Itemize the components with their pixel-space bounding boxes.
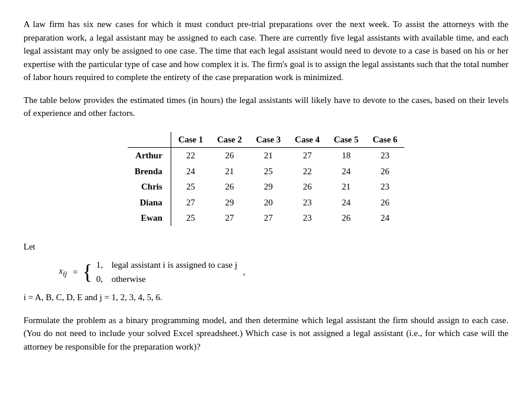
cell-chris-case6: 23 [365, 179, 404, 195]
row-header-name: Ewan [128, 210, 171, 226]
let-section: Let xij = { 1, legal assistant i is assi… [24, 240, 508, 304]
cell-brenda-case6: 26 [365, 164, 404, 180]
table-row: Ewan252727232624 [128, 210, 405, 226]
cell-arthur-case4: 27 [288, 148, 327, 164]
left-brace: { [82, 258, 92, 286]
cell-brenda-case1: 24 [171, 164, 210, 180]
row-header-name: Diana [128, 195, 171, 211]
cell-ewan-case5: 26 [327, 210, 365, 226]
definition-comma: , [243, 265, 245, 279]
cell-brenda-case5: 24 [327, 164, 365, 180]
case-row-1: 1, legal assistant i is assigned to case… [96, 258, 237, 272]
cell-chris-case1: 25 [171, 179, 210, 195]
cell-diana-case5: 24 [327, 195, 365, 211]
table-intro-paragraph: The table below provides the estimated t… [24, 94, 508, 120]
cell-diana-case4: 23 [288, 195, 327, 211]
col-header-case2: Case 2 [210, 132, 249, 148]
intro-paragraph: A law firm has six new cases for which i… [24, 18, 508, 84]
brace-block: { 1, legal assistant i is assigned to ca… [82, 258, 237, 286]
cell-diana-case2: 29 [210, 195, 249, 211]
cell-diana-case6: 26 [365, 195, 404, 211]
equals-sign: = [73, 265, 78, 279]
table-row: Brenda242125222426 [128, 164, 405, 180]
cell-chris-case2: 26 [210, 179, 249, 195]
cell-brenda-case3: 25 [249, 164, 288, 180]
cell-brenda-case2: 21 [210, 164, 249, 180]
cell-diana-case1: 27 [171, 195, 210, 211]
cell-brenda-case4: 22 [288, 164, 327, 180]
row-header-name: Brenda [128, 164, 171, 180]
definition-block: xij = { 1, legal assistant i is assigned… [59, 258, 508, 286]
xij-variable: xij [59, 264, 67, 280]
case-text-1: legal assistant i is assigned to case j [111, 258, 237, 272]
cell-arthur-case1: 22 [171, 148, 210, 164]
data-table-section: Case 1 Case 2 Case 3 Case 4 Case 5 Case … [24, 132, 508, 226]
cell-ewan-case6: 24 [365, 210, 404, 226]
cell-ewan-case2: 27 [210, 210, 249, 226]
cell-ewan-case3: 27 [249, 210, 288, 226]
cell-arthur-case2: 26 [210, 148, 249, 164]
cell-chris-case3: 29 [249, 179, 288, 195]
let-label: Let [24, 240, 508, 254]
cell-arthur-case5: 18 [327, 148, 365, 164]
cell-diana-case3: 20 [249, 195, 288, 211]
cell-arthur-case6: 23 [365, 148, 404, 164]
col-header-case1: Case 1 [171, 132, 210, 148]
formulate-paragraph: Formulate the problem as a binary progra… [24, 314, 508, 354]
cases-list: 1, legal assistant i is assigned to case… [96, 258, 237, 286]
table-row: Chris252629262123 [128, 179, 405, 195]
case-row-2: 0, otherwise [96, 272, 237, 286]
assignment-table: Case 1 Case 2 Case 3 Case 4 Case 5 Case … [128, 132, 405, 226]
empty-header [128, 132, 171, 148]
cell-ewan-case4: 23 [288, 210, 327, 226]
case-text-2: otherwise [111, 272, 145, 286]
col-header-case4: Case 4 [288, 132, 327, 148]
col-header-case6: Case 6 [365, 132, 404, 148]
case-value-2: 0, [96, 272, 107, 286]
indices-line: i = A, B, C, D, E and j = 1, 2, 3, 4, 5,… [24, 291, 508, 304]
table-row: Diana272920232426 [128, 195, 405, 211]
cell-chris-case5: 21 [327, 179, 365, 195]
case-value-1: 1, [96, 258, 107, 272]
row-header-name: Chris [128, 179, 171, 195]
row-header-name: Arthur [128, 148, 171, 164]
col-header-case5: Case 5 [327, 132, 365, 148]
cell-ewan-case1: 25 [171, 210, 210, 226]
col-header-case3: Case 3 [249, 132, 288, 148]
cell-arthur-case3: 21 [249, 148, 288, 164]
cell-chris-case4: 26 [288, 179, 327, 195]
table-row: Arthur222621271823 [128, 148, 405, 164]
